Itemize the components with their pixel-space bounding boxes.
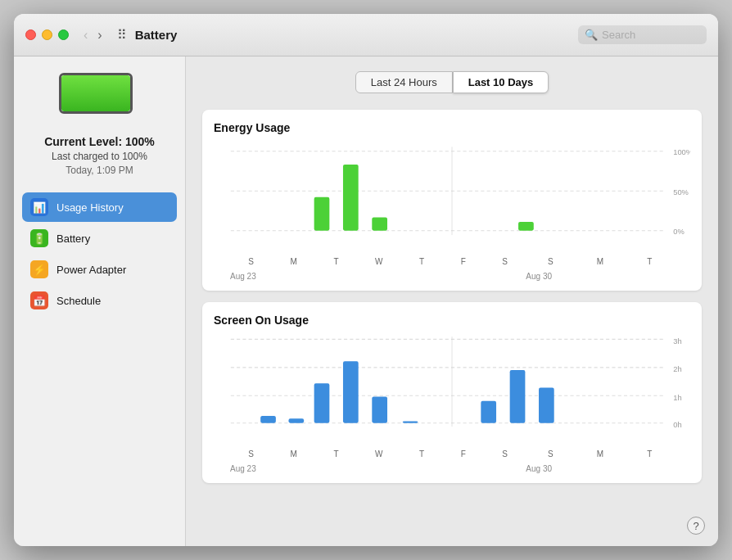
tab-last-10d[interactable]: Last 10 Days <box>453 71 549 93</box>
svg-rect-8 <box>372 218 387 231</box>
svg-rect-26 <box>510 370 526 423</box>
energy-day-t1: T <box>333 257 338 266</box>
tab-last-24h[interactable]: Last 24 Hours <box>355 71 453 93</box>
energy-day-t2: T <box>419 257 424 266</box>
screen-usage-svg: 3h 2h 1h 0h <box>214 335 690 449</box>
nav-arrows: ‹ › <box>80 26 106 44</box>
screen-day-s1: S <box>248 449 254 458</box>
svg-text:100%: 100% <box>673 147 690 156</box>
energy-usage-card: Energy Usage 100% 50% 0% <box>202 110 702 291</box>
screen-day-t3: T <box>647 449 652 458</box>
battery-fill <box>61 75 130 111</box>
energy-day-m1: M <box>290 257 296 266</box>
screen-usage-title: Screen On Usage <box>214 314 690 327</box>
battery-level-label: Current Level: 100% <box>44 135 155 148</box>
sidebar-item-usage-history[interactable]: 📊 Usage History <box>22 192 177 222</box>
svg-rect-9 <box>518 222 534 231</box>
power-adapter-icon: ⚡ <box>30 260 48 278</box>
energy-usage-title: Energy Usage <box>214 121 690 134</box>
energy-day-m2: M <box>597 257 603 266</box>
screen-day-s2: S <box>502 449 508 458</box>
battery-time-label: Today, 1:09 PM <box>44 165 155 176</box>
titlebar: ‹ › ⠿ Battery 🔍 <box>14 14 718 56</box>
minimize-button[interactable] <box>42 29 52 40</box>
energy-week1-labels: S M T W T <box>230 257 526 266</box>
energy-date-aug30: Aug 30 <box>526 272 552 281</box>
energy-usage-svg: 100% 50% 0% <box>214 142 690 257</box>
svg-rect-23 <box>372 396 387 422</box>
sidebar-nav: 📊 Usage History 🔋 Battery ⚡ Power Adapte… <box>22 192 177 317</box>
energy-day-t3: T <box>647 257 652 266</box>
sidebar: Current Level: 100% Last charged to 100%… <box>14 56 186 546</box>
svg-rect-24 <box>403 422 418 423</box>
svg-text:50%: 50% <box>673 187 689 196</box>
usage-history-icon: 📊 <box>30 198 48 216</box>
battery-icon-container <box>59 73 141 122</box>
screen-day-t2: T <box>419 449 424 458</box>
battery-info: Current Level: 100% Last charged to 100%… <box>44 135 155 176</box>
tab-bar: Last 24 Hours Last 10 Days <box>202 71 702 93</box>
svg-rect-7 <box>343 165 359 231</box>
screen-week2-labels: S M T <box>526 449 674 458</box>
screen-day-m2: M <box>597 449 603 458</box>
right-panel: Last 24 Hours Last 10 Days Energy Usage <box>186 56 718 546</box>
screen-date-labels: Aug 23 Aug 30 <box>214 458 690 475</box>
window-title: Battery <box>135 28 578 42</box>
screen-date-aug30: Aug 30 <box>526 464 552 473</box>
svg-text:1h: 1h <box>673 393 681 402</box>
sidebar-item-label-battery: Battery <box>56 233 90 245</box>
svg-rect-6 <box>314 197 330 231</box>
search-box: 🔍 <box>578 25 707 44</box>
battery-nav-icon: 🔋 <box>30 229 48 247</box>
screen-date-aug23: Aug 23 <box>230 464 256 473</box>
traffic-lights <box>25 29 69 40</box>
sidebar-item-label-usage-history: Usage History <box>56 201 124 214</box>
energy-usage-chart-area: 100% 50% 0% <box>214 142 690 257</box>
svg-rect-27 <box>539 388 554 423</box>
search-icon: 🔍 <box>585 29 598 41</box>
svg-rect-25 <box>481 401 496 423</box>
svg-text:0%: 0% <box>673 227 685 236</box>
energy-day-s2: S <box>502 257 508 266</box>
battery-body <box>59 73 133 114</box>
sidebar-item-schedule[interactable]: 📅 Schedule <box>22 286 177 315</box>
svg-rect-19 <box>260 416 276 423</box>
svg-rect-21 <box>314 383 330 422</box>
svg-text:0h: 0h <box>673 420 681 429</box>
forward-button[interactable]: › <box>94 26 105 44</box>
screen-day-m1: M <box>290 449 296 458</box>
search-input[interactable] <box>602 29 700 41</box>
energy-day-f1: F <box>461 257 466 266</box>
grid-icon: ⠿ <box>117 27 127 43</box>
help-button[interactable]: ? <box>687 517 705 535</box>
screen-day-f1: F <box>461 449 466 458</box>
sidebar-item-label-power-adapter: Power Adapter <box>56 264 126 276</box>
battery-terminal <box>132 85 133 102</box>
screen-day-w1: W <box>375 449 382 458</box>
svg-text:3h: 3h <box>673 336 681 345</box>
schedule-icon: 📅 <box>30 291 48 309</box>
screen-week1-labels: S M T W T F S <box>230 449 526 458</box>
back-button[interactable]: ‹ <box>80 26 91 44</box>
screen-usage-chart-area: 3h 2h 1h 0h <box>214 335 690 449</box>
sidebar-item-battery[interactable]: 🔋 Battery <box>22 224 177 253</box>
battery-charged-label: Last charged to 100% <box>44 151 155 162</box>
svg-rect-20 <box>288 418 304 422</box>
energy-week2-labels: S M T <box>526 257 674 266</box>
svg-text:2h: 2h <box>673 364 681 373</box>
energy-day-s3: S <box>548 257 554 266</box>
screen-day-s3: S <box>548 449 554 458</box>
energy-day-w1: W <box>375 257 382 266</box>
sidebar-item-label-schedule: Schedule <box>56 295 101 307</box>
energy-date-labels: Aug 23 Aug 30 <box>214 266 690 282</box>
screen-day-t1: T <box>333 449 338 458</box>
main-content: Current Level: 100% Last charged to 100%… <box>14 56 718 546</box>
close-button[interactable] <box>25 29 36 40</box>
svg-rect-22 <box>343 361 359 422</box>
fullscreen-button[interactable] <box>58 29 69 40</box>
energy-date-aug23: Aug 23 <box>230 272 256 281</box>
energy-day-s1: S <box>248 257 254 266</box>
sidebar-item-power-adapter[interactable]: ⚡ Power Adapter <box>22 255 177 284</box>
screen-usage-card: Screen On Usage 3h 2h 1h 0h <box>202 302 702 483</box>
